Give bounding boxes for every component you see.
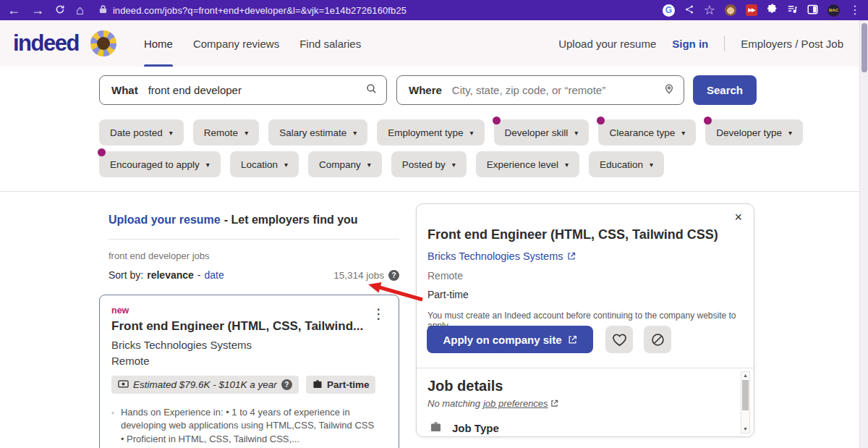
apply-button[interactable]: Apply on company site bbox=[427, 326, 593, 353]
job-type-text: Part-time bbox=[327, 379, 370, 390]
caret-down-icon: ▾ bbox=[452, 161, 456, 169]
not-interested-button[interactable] bbox=[644, 326, 671, 353]
home-icon[interactable]: ⌂ bbox=[76, 4, 84, 17]
save-job-button[interactable] bbox=[605, 326, 633, 353]
where-input[interactable] bbox=[452, 84, 663, 96]
search-icon bbox=[365, 83, 378, 98]
filter-company[interactable]: Company▾ bbox=[308, 151, 382, 177]
briefcase-icon bbox=[312, 379, 323, 391]
sort-row: Sort by: relevance - date 15,314 jobs ? bbox=[109, 269, 399, 281]
external-link-icon bbox=[568, 335, 577, 345]
side-panel-icon[interactable] bbox=[807, 4, 818, 17]
help-icon[interactable]: ? bbox=[388, 270, 399, 281]
filter-location[interactable]: Location▾ bbox=[230, 151, 299, 177]
sort-relevance[interactable]: relevance bbox=[147, 269, 194, 281]
section-divider bbox=[0, 191, 859, 192]
detail-company-link[interactable]: Bricks Technologies Systems bbox=[427, 250, 576, 262]
filter-clearance-type[interactable]: Clearance type▾ bbox=[598, 119, 696, 145]
scroll-down-icon[interactable]: ▼ bbox=[743, 426, 748, 433]
job-card-title[interactable]: Front end Engineer (HTML, CSS, Tailwind.… bbox=[111, 319, 387, 334]
snippet-text: Hands on Experience in: • 1 to 4 years o… bbox=[121, 406, 379, 446]
browser-menu-icon[interactable]: ⋮ bbox=[849, 4, 861, 16]
heart-icon bbox=[612, 333, 627, 347]
nav-tab-find-salaries[interactable]: Find salaries bbox=[289, 20, 371, 67]
salary-icon bbox=[118, 379, 129, 391]
upload-resume-link[interactable]: Upload your resume bbox=[558, 38, 656, 50]
close-icon[interactable]: × bbox=[734, 210, 742, 225]
address-bar[interactable]: indeed.com/jobs?q=front+end+developer&l=… bbox=[99, 4, 407, 17]
upload-resume-tagline: - Let employers find you bbox=[224, 214, 358, 226]
jobs-count: 15,314 jobs bbox=[333, 270, 384, 281]
search-query-caption: front end developer jobs bbox=[109, 250, 209, 261]
detail-job-type: Part-time bbox=[427, 289, 469, 300]
filter-developer-type[interactable]: Developer type▾ bbox=[705, 119, 803, 145]
media-queue-icon[interactable] bbox=[787, 4, 798, 17]
filter-row-1: Date posted▾ Remote▾ Salary estimate▾ Em… bbox=[99, 119, 803, 145]
logo-area: indeed bbox=[0, 20, 116, 67]
search-button[interactable]: Search bbox=[693, 75, 757, 105]
google-icon[interactable]: G bbox=[663, 4, 675, 17]
sign-in-link[interactable]: Sign in bbox=[672, 38, 708, 50]
salary-badge: Estimated $79.6K - $101K a year ? bbox=[111, 376, 299, 394]
details-scrollbar[interactable]: ▲ ▼ bbox=[741, 371, 750, 434]
filter-experience-level[interactable]: Experience level▾ bbox=[476, 151, 579, 177]
refresh-icon[interactable] bbox=[55, 4, 65, 17]
job-result-card[interactable]: new ⋮ Front end Engineer (HTML, CSS, Tai… bbox=[99, 295, 399, 448]
filter-label: Experience level bbox=[487, 159, 558, 170]
puzzle-extensions-icon[interactable] bbox=[767, 4, 778, 17]
filter-label: Clearance type bbox=[609, 127, 675, 138]
filter-label: Encouraged to apply bbox=[110, 159, 200, 170]
site-header: indeed Home Company reviews Find salarie… bbox=[0, 20, 859, 67]
sort-date-link[interactable]: date bbox=[205, 269, 224, 281]
main-nav: Home Company reviews Find salaries bbox=[134, 20, 371, 67]
page-scrollbar-thumb[interactable] bbox=[861, 23, 867, 72]
location-pin-icon bbox=[663, 83, 675, 98]
lock-icon bbox=[99, 4, 107, 17]
share-icon[interactable] bbox=[684, 4, 694, 17]
nav-tab-company-reviews[interactable]: Company reviews bbox=[183, 20, 289, 67]
nav-tab-home[interactable]: Home bbox=[134, 20, 183, 67]
page-scrollbar[interactable] bbox=[859, 20, 868, 448]
salary-text: Estimated $79.6K - $101K a year bbox=[133, 379, 277, 390]
monkey-extension-icon[interactable] bbox=[725, 4, 736, 16]
filter-remote[interactable]: Remote▾ bbox=[193, 119, 259, 145]
card-menu-icon[interactable]: ⋮ bbox=[372, 307, 386, 321]
caret-down-icon: ▾ bbox=[565, 161, 569, 169]
salary-help-icon[interactable]: ? bbox=[281, 379, 292, 390]
employers-post-job-link[interactable]: Employers / Post Job bbox=[741, 38, 843, 50]
notification-dot bbox=[493, 117, 501, 124]
filter-employment-type[interactable]: Employment type▾ bbox=[377, 119, 484, 145]
filter-education[interactable]: Education▾ bbox=[589, 151, 664, 177]
fast-forward-extension-icon[interactable]: ▶▶ bbox=[746, 4, 757, 16]
external-link-icon bbox=[567, 252, 576, 261]
job-type-section-label: Job Type bbox=[452, 422, 499, 434]
profile-avatar[interactable]: BAC bbox=[827, 4, 840, 17]
filter-encouraged-to-apply[interactable]: Encouraged to apply▾ bbox=[99, 151, 221, 177]
forward-icon[interactable]: → bbox=[31, 4, 44, 17]
caret-down-icon: ▾ bbox=[353, 129, 357, 137]
filter-label: Employment type bbox=[388, 127, 463, 138]
sort-by-label: Sort by: bbox=[109, 269, 143, 281]
filter-salary-estimate[interactable]: Salary estimate▾ bbox=[268, 119, 367, 145]
detail-job-title: Front end Engineer (HTML, CSS, Tailwind … bbox=[427, 227, 718, 242]
notification-dot bbox=[98, 148, 106, 156]
where-search-box: Where bbox=[396, 75, 684, 105]
job-preferences-link[interactable]: job preferences bbox=[483, 398, 558, 409]
filter-posted-by[interactable]: Posted by▾ bbox=[391, 151, 467, 177]
bullet-icon: ◦ bbox=[111, 407, 114, 446]
where-label: Where bbox=[409, 84, 442, 96]
filter-date-posted[interactable]: Date posted▾ bbox=[99, 119, 184, 145]
back-icon[interactable]: ← bbox=[7, 4, 20, 17]
job-detail-panel: × Front end Engineer (HTML, CSS, Tailwin… bbox=[416, 203, 754, 437]
caret-down-icon: ▾ bbox=[244, 129, 248, 137]
what-input[interactable] bbox=[148, 84, 365, 96]
scroll-up-icon[interactable]: ▲ bbox=[743, 372, 748, 379]
upload-resume-banner-link[interactable]: Upload your resume bbox=[109, 214, 221, 226]
indeed-logo[interactable]: indeed bbox=[13, 30, 79, 56]
details-scrollbar-thumb[interactable] bbox=[742, 380, 749, 410]
bookmark-star-icon[interactable]: ☆ bbox=[704, 4, 715, 17]
browser-actions: G ☆ ▶▶ BAC ⋮ bbox=[663, 4, 861, 17]
browser-toolbar: ← → ⌂ indeed.com/jobs?q=front+end+develo… bbox=[0, 0, 868, 20]
filter-label: Salary estimate bbox=[279, 127, 346, 138]
filter-developer-skill[interactable]: Developer skill▾ bbox=[494, 119, 590, 145]
